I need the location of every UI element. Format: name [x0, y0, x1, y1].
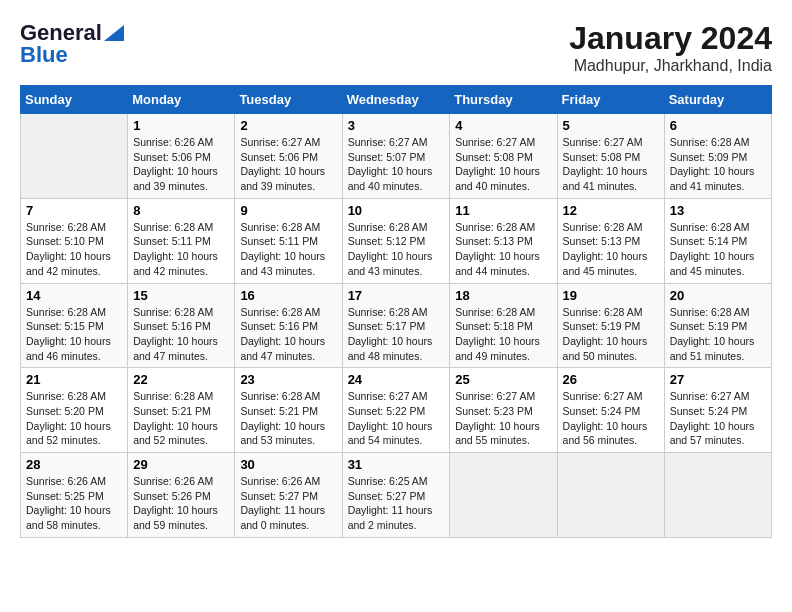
location: Madhupur, Jharkhand, India: [569, 57, 772, 75]
calendar-day-cell: [21, 114, 128, 199]
calendar-header-cell: Monday: [128, 86, 235, 114]
day-info: Sunrise: 6:26 AM Sunset: 5:06 PM Dayligh…: [133, 135, 229, 194]
day-number: 11: [455, 203, 551, 218]
day-info: Sunrise: 6:27 AM Sunset: 5:07 PM Dayligh…: [348, 135, 445, 194]
day-info: Sunrise: 6:25 AM Sunset: 5:27 PM Dayligh…: [348, 474, 445, 533]
calendar-day-cell: 26Sunrise: 6:27 AM Sunset: 5:24 PM Dayli…: [557, 368, 664, 453]
day-number: 1: [133, 118, 229, 133]
calendar-day-cell: 2Sunrise: 6:27 AM Sunset: 5:06 PM Daylig…: [235, 114, 342, 199]
day-number: 8: [133, 203, 229, 218]
day-info: Sunrise: 6:26 AM Sunset: 5:26 PM Dayligh…: [133, 474, 229, 533]
day-number: 24: [348, 372, 445, 387]
calendar-day-cell: 8Sunrise: 6:28 AM Sunset: 5:11 PM Daylig…: [128, 198, 235, 283]
day-number: 4: [455, 118, 551, 133]
calendar-header-cell: Friday: [557, 86, 664, 114]
day-info: Sunrise: 6:28 AM Sunset: 5:11 PM Dayligh…: [240, 220, 336, 279]
svg-marker-0: [104, 25, 124, 41]
calendar-day-cell: [664, 453, 771, 538]
calendar-day-cell: 10Sunrise: 6:28 AM Sunset: 5:12 PM Dayli…: [342, 198, 450, 283]
day-number: 9: [240, 203, 336, 218]
calendar-day-cell: 14Sunrise: 6:28 AM Sunset: 5:15 PM Dayli…: [21, 283, 128, 368]
day-info: Sunrise: 6:28 AM Sunset: 5:13 PM Dayligh…: [455, 220, 551, 279]
day-info: Sunrise: 6:28 AM Sunset: 5:18 PM Dayligh…: [455, 305, 551, 364]
day-number: 10: [348, 203, 445, 218]
calendar-day-cell: 23Sunrise: 6:28 AM Sunset: 5:21 PM Dayli…: [235, 368, 342, 453]
day-info: Sunrise: 6:27 AM Sunset: 5:22 PM Dayligh…: [348, 389, 445, 448]
day-number: 29: [133, 457, 229, 472]
calendar-week-row: 28Sunrise: 6:26 AM Sunset: 5:25 PM Dayli…: [21, 453, 772, 538]
day-info: Sunrise: 6:28 AM Sunset: 5:09 PM Dayligh…: [670, 135, 766, 194]
day-info: Sunrise: 6:28 AM Sunset: 5:17 PM Dayligh…: [348, 305, 445, 364]
day-number: 3: [348, 118, 445, 133]
calendar-day-cell: 24Sunrise: 6:27 AM Sunset: 5:22 PM Dayli…: [342, 368, 450, 453]
calendar-header-cell: Tuesday: [235, 86, 342, 114]
calendar-day-cell: 15Sunrise: 6:28 AM Sunset: 5:16 PM Dayli…: [128, 283, 235, 368]
calendar-week-row: 1Sunrise: 6:26 AM Sunset: 5:06 PM Daylig…: [21, 114, 772, 199]
calendar-day-cell: 30Sunrise: 6:26 AM Sunset: 5:27 PM Dayli…: [235, 453, 342, 538]
calendar-table: SundayMondayTuesdayWednesdayThursdayFrid…: [20, 85, 772, 538]
calendar-day-cell: 21Sunrise: 6:28 AM Sunset: 5:20 PM Dayli…: [21, 368, 128, 453]
day-number: 5: [563, 118, 659, 133]
calendar-week-row: 7Sunrise: 6:28 AM Sunset: 5:10 PM Daylig…: [21, 198, 772, 283]
calendar-day-cell: 7Sunrise: 6:28 AM Sunset: 5:10 PM Daylig…: [21, 198, 128, 283]
day-number: 23: [240, 372, 336, 387]
calendar-header-cell: Thursday: [450, 86, 557, 114]
day-number: 21: [26, 372, 122, 387]
calendar-day-cell: 3Sunrise: 6:27 AM Sunset: 5:07 PM Daylig…: [342, 114, 450, 199]
calendar-day-cell: [450, 453, 557, 538]
calendar-day-cell: 17Sunrise: 6:28 AM Sunset: 5:17 PM Dayli…: [342, 283, 450, 368]
day-number: 28: [26, 457, 122, 472]
month-year: January 2024: [569, 20, 772, 57]
calendar-day-cell: 25Sunrise: 6:27 AM Sunset: 5:23 PM Dayli…: [450, 368, 557, 453]
calendar-body: 1Sunrise: 6:26 AM Sunset: 5:06 PM Daylig…: [21, 114, 772, 538]
calendar-header-row: SundayMondayTuesdayWednesdayThursdayFrid…: [21, 86, 772, 114]
day-info: Sunrise: 6:26 AM Sunset: 5:25 PM Dayligh…: [26, 474, 122, 533]
calendar-day-cell: 20Sunrise: 6:28 AM Sunset: 5:19 PM Dayli…: [664, 283, 771, 368]
day-number: 16: [240, 288, 336, 303]
calendar-header-cell: Wednesday: [342, 86, 450, 114]
calendar-header-cell: Saturday: [664, 86, 771, 114]
calendar-day-cell: 4Sunrise: 6:27 AM Sunset: 5:08 PM Daylig…: [450, 114, 557, 199]
day-number: 26: [563, 372, 659, 387]
day-info: Sunrise: 6:28 AM Sunset: 5:14 PM Dayligh…: [670, 220, 766, 279]
day-number: 17: [348, 288, 445, 303]
day-info: Sunrise: 6:28 AM Sunset: 5:20 PM Dayligh…: [26, 389, 122, 448]
day-info: Sunrise: 6:28 AM Sunset: 5:11 PM Dayligh…: [133, 220, 229, 279]
logo-blue: Blue: [20, 42, 68, 68]
day-number: 12: [563, 203, 659, 218]
title-area: January 2024 Madhupur, Jharkhand, India: [569, 20, 772, 75]
day-number: 13: [670, 203, 766, 218]
day-number: 14: [26, 288, 122, 303]
day-number: 18: [455, 288, 551, 303]
calendar-day-cell: 31Sunrise: 6:25 AM Sunset: 5:27 PM Dayli…: [342, 453, 450, 538]
day-number: 7: [26, 203, 122, 218]
day-info: Sunrise: 6:27 AM Sunset: 5:06 PM Dayligh…: [240, 135, 336, 194]
day-number: 30: [240, 457, 336, 472]
day-number: 25: [455, 372, 551, 387]
day-info: Sunrise: 6:28 AM Sunset: 5:16 PM Dayligh…: [240, 305, 336, 364]
calendar-day-cell: 11Sunrise: 6:28 AM Sunset: 5:13 PM Dayli…: [450, 198, 557, 283]
logo: General Blue: [20, 20, 124, 68]
day-info: Sunrise: 6:27 AM Sunset: 5:24 PM Dayligh…: [670, 389, 766, 448]
calendar-day-cell: 28Sunrise: 6:26 AM Sunset: 5:25 PM Dayli…: [21, 453, 128, 538]
calendar-day-cell: 5Sunrise: 6:27 AM Sunset: 5:08 PM Daylig…: [557, 114, 664, 199]
calendar-day-cell: [557, 453, 664, 538]
calendar-day-cell: 16Sunrise: 6:28 AM Sunset: 5:16 PM Dayli…: [235, 283, 342, 368]
day-info: Sunrise: 6:27 AM Sunset: 5:08 PM Dayligh…: [563, 135, 659, 194]
day-info: Sunrise: 6:27 AM Sunset: 5:08 PM Dayligh…: [455, 135, 551, 194]
day-number: 27: [670, 372, 766, 387]
day-info: Sunrise: 6:27 AM Sunset: 5:24 PM Dayligh…: [563, 389, 659, 448]
calendar-day-cell: 22Sunrise: 6:28 AM Sunset: 5:21 PM Dayli…: [128, 368, 235, 453]
calendar-day-cell: 19Sunrise: 6:28 AM Sunset: 5:19 PM Dayli…: [557, 283, 664, 368]
day-number: 20: [670, 288, 766, 303]
calendar-day-cell: 9Sunrise: 6:28 AM Sunset: 5:11 PM Daylig…: [235, 198, 342, 283]
calendar-day-cell: 18Sunrise: 6:28 AM Sunset: 5:18 PM Dayli…: [450, 283, 557, 368]
day-info: Sunrise: 6:26 AM Sunset: 5:27 PM Dayligh…: [240, 474, 336, 533]
calendar-day-cell: 29Sunrise: 6:26 AM Sunset: 5:26 PM Dayli…: [128, 453, 235, 538]
day-info: Sunrise: 6:28 AM Sunset: 5:10 PM Dayligh…: [26, 220, 122, 279]
day-number: 15: [133, 288, 229, 303]
calendar-week-row: 14Sunrise: 6:28 AM Sunset: 5:15 PM Dayli…: [21, 283, 772, 368]
calendar-header-cell: Sunday: [21, 86, 128, 114]
calendar-week-row: 21Sunrise: 6:28 AM Sunset: 5:20 PM Dayli…: [21, 368, 772, 453]
calendar-day-cell: 12Sunrise: 6:28 AM Sunset: 5:13 PM Dayli…: [557, 198, 664, 283]
